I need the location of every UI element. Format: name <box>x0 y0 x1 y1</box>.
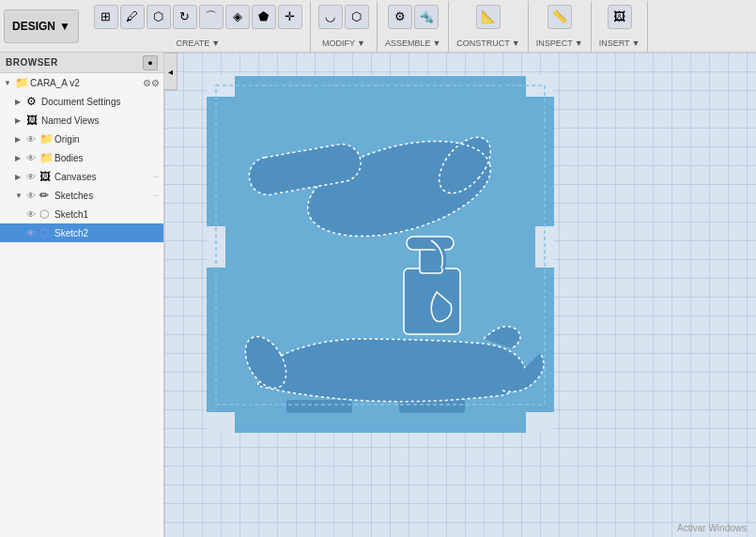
modify-icons: ◡ ⬡ <box>318 3 369 29</box>
cara-a-label: CARA_A v2 <box>30 78 143 88</box>
browser-title: BROWSER <box>6 57 58 68</box>
modify-caret: ▼ <box>357 38 365 48</box>
svg-rect-2 <box>207 76 235 97</box>
expand-views-icon: ▶ <box>15 116 26 125</box>
expand-icon: ▼ <box>4 79 15 87</box>
views-icon: 🖼 <box>26 114 41 127</box>
doc-settings-icon: ⚙ <box>26 95 41 108</box>
browser-panel: BROWSER ● ▼ 📁 CARA_A v2 ⚙ ⚙ ▶ ⚙ Document… <box>0 53 164 537</box>
canvases-dots: ··· <box>153 173 160 181</box>
design-button[interactable]: DESIGN ▼ <box>4 9 79 43</box>
canvases-folder-icon: 🖼 <box>39 170 54 183</box>
create-caret: ▼ <box>211 38 220 48</box>
construct-group: 📐 CONSTRUCT ▼ <box>449 1 528 52</box>
bodies-label: Bodies <box>54 153 160 163</box>
svg-rect-5 <box>526 412 554 433</box>
insert-image-icon[interactable]: 🖼 <box>608 5 632 29</box>
tree-item-cara-a[interactable]: ▼ 📁 CARA_A v2 ⚙ ⚙ <box>0 73 163 92</box>
eye-canvases-icon[interactable]: 👁 <box>26 172 39 182</box>
joint-icon[interactable]: ⚙ <box>388 5 412 29</box>
browser-collapse-btn[interactable]: ● <box>143 55 158 70</box>
assemble-label[interactable]: ASSEMBLE ▼ <box>385 38 440 50</box>
tree-item-sketch1[interactable]: 👁 ⬡ Sketch1 <box>0 205 163 223</box>
origin-label: Origin <box>54 134 160 145</box>
canvases-label: Canvases <box>54 172 153 182</box>
browser-panel-toggle[interactable]: ◂ <box>164 53 177 90</box>
expand-canvases-icon: ▶ <box>15 173 26 181</box>
eye-sketches-icon[interactable]: 👁 <box>26 191 39 201</box>
svg-rect-3 <box>526 76 554 97</box>
measure-icon[interactable]: 📏 <box>548 5 572 29</box>
fillet-icon[interactable]: ◡ <box>318 5 343 29</box>
sketches-label: Sketches <box>54 191 153 201</box>
design-caret: ▼ <box>59 20 70 33</box>
svg-rect-4 <box>207 412 235 433</box>
loft-icon[interactable]: ◈ <box>225 5 250 29</box>
gear2-icon[interactable]: ⚙ <box>151 78 160 88</box>
design-label: DESIGN <box>12 20 55 33</box>
origin-folder-icon: 📁 <box>39 132 54 146</box>
inspect-icons: 📏 <box>548 3 572 29</box>
construct-label[interactable]: CONSTRUCT ▼ <box>456 38 519 50</box>
design-canvas <box>164 53 756 537</box>
modify-group: ◡ ⬡ MODIFY ▼ <box>311 1 378 52</box>
tree-item-named-views[interactable]: ▶ 🖼 Named Views <box>0 111 163 130</box>
sketches-dots: ··· <box>153 192 160 200</box>
insert-caret: ▼ <box>632 38 640 48</box>
create-group: ⊞ 🖊 ⬡ ↻ ⌒ ◈ ⬟ ✛ CREATE ▼ <box>86 1 311 52</box>
shell-icon[interactable]: ⬡ <box>345 5 369 29</box>
tree-item-sketch2[interactable]: 👁 ⬡ Sketch2 <box>0 223 163 242</box>
expand-origin-icon: ▶ <box>15 135 26 144</box>
sketch1-icon: ⬡ <box>39 207 54 221</box>
activate-windows-text: Activar Windows <box>677 523 747 533</box>
sweep-icon[interactable]: ⌒ <box>199 5 224 29</box>
assemble-icon[interactable]: 🔩 <box>414 5 439 29</box>
extrude-icon[interactable]: ⬡ <box>147 5 171 29</box>
construct-icons: 📐 <box>476 3 501 29</box>
eye-bodies-icon[interactable]: 👁 <box>26 153 39 163</box>
sketch2-icon: ⬡ <box>39 226 54 239</box>
tree-item-bodies[interactable]: ▶ 👁 📁 Bodies <box>0 148 163 167</box>
expand-doc-icon: ▶ <box>15 98 26 106</box>
create-icons: ⊞ 🖊 ⬡ ↻ ⌒ ◈ ⬟ ✛ <box>94 3 302 29</box>
tree-item-sketches[interactable]: ▼ 👁 ✏ Sketches ··· <box>0 186 163 205</box>
plane-icon[interactable]: 📐 <box>476 5 501 29</box>
expand-bodies-icon: ▶ <box>15 154 26 162</box>
eye-origin-icon[interactable]: 👁 <box>26 134 39 145</box>
toolbar: DESIGN ▼ ⊞ 🖊 ⬡ ↻ ⌒ ◈ ⬟ ✛ CREATE ▼ ◡ ⬡ MO… <box>0 0 756 53</box>
svg-rect-8 <box>286 400 352 413</box>
sketch1-label: Sketch1 <box>54 209 160 220</box>
insert-label[interactable]: INSERT ▼ <box>599 38 640 50</box>
tree-item-origin[interactable]: ▶ 👁 📁 Origin <box>0 130 163 148</box>
bodies-folder-icon: 📁 <box>39 151 54 164</box>
folder-icon: 📁 <box>15 76 30 89</box>
inspect-caret: ▼ <box>575 38 583 48</box>
sketch2-label: Sketch2 <box>54 228 160 238</box>
inspect-label[interactable]: INSPECT ▼ <box>536 38 583 50</box>
expand-sketches-icon: ▼ <box>15 192 26 200</box>
modify-label[interactable]: MODIFY ▼ <box>322 38 365 50</box>
create-sketch-icon[interactable]: 🖊 <box>120 5 145 29</box>
construct-caret: ▼ <box>512 38 520 48</box>
new-component-icon[interactable]: ⊞ <box>94 5 118 29</box>
move-icon[interactable]: ✛ <box>278 5 302 29</box>
tree-item-canvases[interactable]: ▶ 👁 🖼 Canvases ··· <box>0 167 163 186</box>
revolve-icon[interactable]: ↻ <box>173 5 197 29</box>
create-label[interactable]: CREATE ▼ <box>177 38 221 50</box>
doc-settings-label: Document Settings <box>41 97 160 107</box>
sketches-folder-icon: ✏ <box>39 189 54 202</box>
tree-item-doc-settings[interactable]: ▶ ⚙ Document Settings <box>0 92 163 111</box>
assemble-group: ⚙ 🔩 ASSEMBLE ▼ <box>378 1 449 52</box>
eye-sketch2-icon[interactable]: 👁 <box>26 228 39 238</box>
svg-rect-9 <box>399 400 465 413</box>
canvas-area[interactable]: Activar Windows <box>164 53 756 537</box>
inspect-group: 📏 INSPECT ▼ <box>529 1 592 52</box>
named-views-label: Named Views <box>41 115 160 126</box>
insert-group: 🖼 INSERT ▼ <box>592 1 649 52</box>
browser-header: BROWSER ● <box>0 53 163 73</box>
settings-icon[interactable]: ⚙ <box>143 78 151 88</box>
assemble-icons: ⚙ 🔩 <box>388 3 439 29</box>
assemble-caret: ▼ <box>432 38 440 48</box>
rib-icon[interactable]: ⬟ <box>252 5 276 29</box>
eye-sketch1-icon[interactable]: 👁 <box>26 209 39 220</box>
